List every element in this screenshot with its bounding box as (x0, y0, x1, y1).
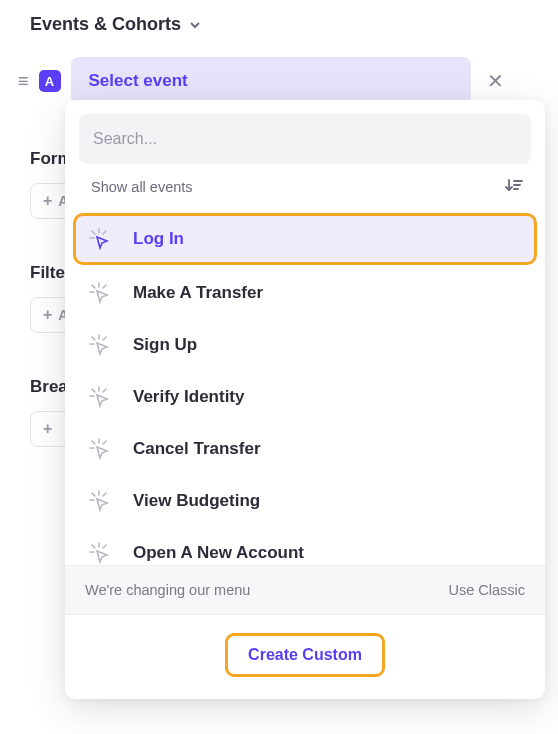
event-label: Verify Identity (133, 387, 244, 407)
event-label: View Budgeting (133, 491, 260, 511)
event-label: Cancel Transfer (133, 439, 261, 459)
select-event-label: Select event (89, 71, 188, 90)
event-chip-row: ≡ A Select event ✕ (0, 57, 558, 105)
page-header[interactable]: Events & Cohorts (0, 0, 558, 45)
plus-icon: + (43, 306, 52, 324)
click-event-icon (87, 437, 111, 461)
svg-line-19 (103, 389, 106, 392)
event-item[interactable]: View Budgeting (73, 475, 537, 527)
event-item[interactable]: Make A Transfer (73, 267, 537, 319)
create-custom-button[interactable]: Create Custom (225, 633, 385, 677)
show-events-label: Show all events (91, 179, 193, 195)
event-picker-dropdown: Show all events Log In Make A Transfer S… (65, 100, 545, 699)
click-event-icon (87, 385, 111, 409)
svg-line-23 (103, 441, 106, 444)
create-custom-label: Create Custom (248, 646, 362, 663)
click-event-icon (87, 489, 111, 513)
svg-line-26 (92, 493, 95, 496)
event-item[interactable]: Sign Up (73, 319, 537, 371)
click-event-icon (87, 333, 111, 357)
event-list: Log In Make A Transfer Sign Up Verify Id… (65, 205, 545, 565)
svg-line-11 (103, 285, 106, 288)
event-item[interactable]: Open A New Account (73, 527, 537, 565)
click-event-icon (87, 281, 111, 305)
event-item[interactable]: Cancel Transfer (73, 423, 537, 475)
series-letter-chip: A (39, 70, 61, 92)
chevron-down-icon (189, 19, 201, 31)
plus-icon: + (43, 420, 52, 438)
event-label: Open A New Account (133, 543, 304, 563)
svg-line-14 (92, 337, 95, 340)
menu-change-notice: We're changing our menu Use Classic (65, 565, 545, 615)
event-label: Make A Transfer (133, 283, 263, 303)
notice-text: We're changing our menu (85, 582, 250, 598)
svg-line-18 (92, 389, 95, 392)
page-title: Events & Cohorts (30, 14, 181, 35)
svg-line-6 (92, 231, 95, 234)
svg-line-30 (92, 545, 95, 548)
sort-icon[interactable] (505, 178, 523, 195)
click-event-icon (87, 541, 111, 565)
svg-line-22 (92, 441, 95, 444)
svg-line-15 (103, 337, 106, 340)
drag-handle-icon[interactable]: ≡ (18, 71, 29, 92)
click-event-icon (87, 227, 111, 251)
plus-icon: + (43, 192, 52, 210)
event-label: Sign Up (133, 335, 197, 355)
svg-line-27 (103, 493, 106, 496)
close-icon[interactable]: ✕ (481, 63, 510, 99)
search-input[interactable] (79, 114, 531, 164)
svg-line-10 (92, 285, 95, 288)
use-classic-link[interactable]: Use Classic (448, 582, 525, 598)
select-event-button[interactable]: Select event (71, 57, 471, 105)
event-item[interactable]: Verify Identity (73, 371, 537, 423)
svg-line-7 (103, 231, 106, 234)
svg-line-31 (103, 545, 106, 548)
event-label: Log In (133, 229, 184, 249)
event-item[interactable]: Log In (73, 213, 537, 265)
